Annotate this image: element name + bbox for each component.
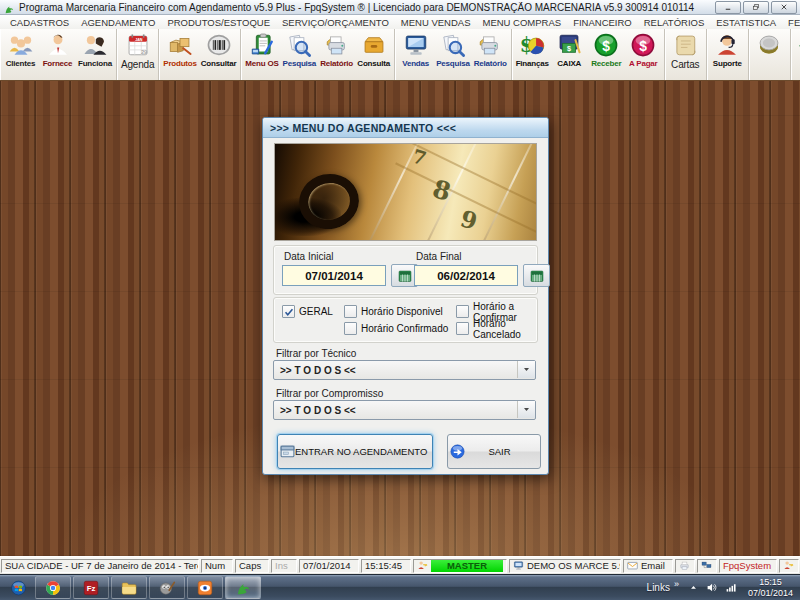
- toolbar-suporte[interactable]: Suporte: [709, 30, 746, 79]
- status-text: Email: [641, 560, 665, 571]
- technician-filter-combobox[interactable]: >> T O D O S <<: [273, 360, 536, 380]
- checkbox-hor-rio-disponivel[interactable]: Horário Disponivel: [344, 305, 456, 318]
- menu-item-cadastros[interactable]: CADASTROS: [4, 17, 75, 28]
- menu-item-agendamento[interactable]: AGENDAMENTO: [75, 17, 161, 28]
- tray-volume[interactable]: [706, 581, 719, 594]
- toolbar-pesquisa[interactable]: Pesquisa: [281, 30, 319, 79]
- toolbar-menu-os[interactable]: Menu OS: [243, 30, 280, 79]
- taskbar-app-gimp[interactable]: [149, 576, 185, 599]
- taskbar-app-chrome[interactable]: [35, 576, 71, 599]
- start-button[interactable]: [3, 575, 33, 600]
- status-bar: SUA CIDADE - UF 7 de Janeiro de 2014 - T…: [0, 556, 800, 574]
- menu-item-ferramentas[interactable]: FERRAMENTAS: [782, 17, 800, 28]
- checked-checkbox-icon[interactable]: [282, 305, 295, 318]
- window-titlebar[interactable]: Programa Marcenaria Financeiro com Agend…: [0, 0, 800, 15]
- unchecked-checkbox-icon[interactable]: [456, 305, 469, 318]
- taskbar-app-file-explorer[interactable]: [111, 576, 147, 599]
- end-date-field[interactable]: 06/02/2014: [414, 265, 518, 286]
- tray-tray-expand[interactable]: [687, 581, 700, 594]
- toolbar-label: Relatório: [320, 59, 353, 68]
- status-text: Num: [205, 560, 225, 571]
- window-title: Programa Marcenaria Financeiro com Agend…: [19, 2, 711, 13]
- toolbar-finan-as[interactable]: $Finanças: [514, 30, 551, 79]
- sair-button[interactable]: SAIR: [447, 434, 541, 469]
- toolbar-receber[interactable]: $Receber: [588, 30, 625, 79]
- menu-item-menu-vendas[interactable]: MENU VENDAS: [395, 17, 477, 28]
- links-overflow-chevron[interactable]: »: [674, 579, 679, 589]
- toolbar-pesquisa[interactable]: Pesquisa: [434, 30, 472, 79]
- toolbar-group: $Finanças$CAIXA$Receber$A Pagar: [512, 29, 665, 80]
- toolbar-label: Fornece: [43, 59, 73, 68]
- toolbar-label: Consulta: [357, 59, 390, 68]
- taskbar-clock[interactable]: 15:15 07/01/2014: [744, 577, 797, 599]
- photo-number: 9: [458, 204, 481, 234]
- toolbar-consultar[interactable]: Consultar: [199, 30, 239, 79]
- menu-item-menu-compras[interactable]: MENU COMPRAS: [476, 17, 567, 28]
- dialog-titlebar[interactable]: >>> MENU DO AGENDAMENTO <<<: [263, 118, 548, 138]
- menu-item-label: SERVIÇO/ORÇAMENTO: [282, 17, 389, 28]
- toolbar-group: [749, 29, 791, 80]
- start-date-field[interactable]: 07/01/2014: [282, 265, 386, 286]
- status-section-caps: Caps: [235, 559, 269, 573]
- menu-bar: CADASTROSAGENDAMENTOPRODUTOS/ESTOQUESERV…: [0, 15, 800, 30]
- products-icon: [167, 32, 193, 58]
- toolbar-consulta[interactable]: Consulta: [355, 30, 392, 79]
- restore-icon: [752, 3, 760, 11]
- toolbar-agenda[interactable]: JAN29Agenda: [119, 30, 156, 79]
- checkbox-label: GERAL: [299, 306, 333, 317]
- toolbar-exit-icon[interactable]: EXIT: [793, 30, 800, 79]
- toolbar-label: Cartas: [671, 59, 699, 70]
- status-section-ins: Ins: [271, 559, 297, 573]
- close-icon: [780, 3, 788, 11]
- toolbar-label: Agenda: [121, 59, 154, 70]
- calendar-photo: 7 8 9: [274, 143, 537, 241]
- restore-button[interactable]: [743, 1, 769, 14]
- toolbar-funciona[interactable]: Funciona: [76, 30, 114, 79]
- checkbox-geral[interactable]: GERAL: [282, 305, 344, 318]
- toolbar-label: Suporte: [713, 59, 742, 68]
- menu-item-financeiro[interactable]: FINANCEIRO: [567, 17, 638, 28]
- toolbar-a-pagar[interactable]: $A Pagar: [625, 30, 662, 79]
- menu-item-servi-o-or-amento[interactable]: SERVIÇO/ORÇAMENTO: [276, 17, 395, 28]
- toolbar-relat-rio[interactable]: Relatório: [472, 30, 509, 79]
- menu-item-label: RELATÓRIOS: [644, 17, 705, 28]
- status-text: Caps: [239, 560, 261, 571]
- appointment-filter-combobox[interactable]: >> T O D O S <<: [273, 400, 536, 420]
- links-toolbar[interactable]: Links: [647, 582, 670, 593]
- toolbar-relat-rio[interactable]: Relatório: [318, 30, 355, 79]
- cashbook-icon: $: [556, 32, 582, 58]
- end-date-picker-button[interactable]: [523, 264, 550, 287]
- toolbar-cartas[interactable]: Cartas: [667, 30, 704, 79]
- taskbar-app-fpqsystem[interactable]: [225, 576, 261, 599]
- toolbar-coin-icon[interactable]: [751, 30, 788, 79]
- checkbox-hor-rio-confirmado[interactable]: Horário Confirmado: [344, 322, 456, 335]
- chevron-down-icon[interactable]: [517, 401, 535, 418]
- appointment-filter-label: Filtrar por Compromisso: [276, 388, 383, 399]
- clock-date: 07/01/2014: [748, 588, 793, 598]
- tray-network-signal[interactable]: [725, 581, 738, 594]
- taskbar-app-filezilla[interactable]: Fz: [73, 576, 109, 599]
- support-icon: [714, 32, 740, 58]
- svg-text:$: $: [602, 38, 610, 54]
- checkbox-hor-rio-cancelado[interactable]: Horário Cancelado: [456, 318, 533, 340]
- toolbar-caixa[interactable]: $CAIXA: [551, 30, 588, 79]
- toolbar-vendas[interactable]: Vendas: [397, 30, 434, 79]
- unchecked-checkbox-icon[interactable]: [344, 305, 357, 318]
- toolbar-produtos[interactable]: Produtos: [161, 30, 199, 79]
- clock-time: 15:15: [759, 577, 782, 587]
- minimize-button[interactable]: [715, 1, 741, 14]
- menu-item-produtos-estoque[interactable]: PRODUTOS/ESTOQUE: [161, 17, 276, 28]
- chevron-down-icon[interactable]: [517, 361, 535, 378]
- network-icon: [701, 560, 712, 571]
- toolbar-group: JAN29Agenda: [117, 29, 159, 80]
- menu-item-relat-rios[interactable]: RELATÓRIOS: [638, 17, 711, 28]
- toolbar-clientes[interactable]: Clientes: [2, 30, 39, 79]
- unchecked-checkbox-icon[interactable]: [344, 322, 357, 335]
- viewer-icon: [196, 579, 214, 597]
- menu-item-estatistica[interactable]: ESTATISTICA: [710, 17, 782, 28]
- unchecked-checkbox-icon[interactable]: [456, 322, 469, 335]
- close-button[interactable]: [771, 1, 797, 14]
- toolbar-fornece[interactable]: Fornece: [39, 30, 76, 79]
- enter-agendamento-button[interactable]: ENTRAR NO AGENDAMENTO: [277, 434, 433, 469]
- taskbar-app-image-viewer[interactable]: [187, 576, 223, 599]
